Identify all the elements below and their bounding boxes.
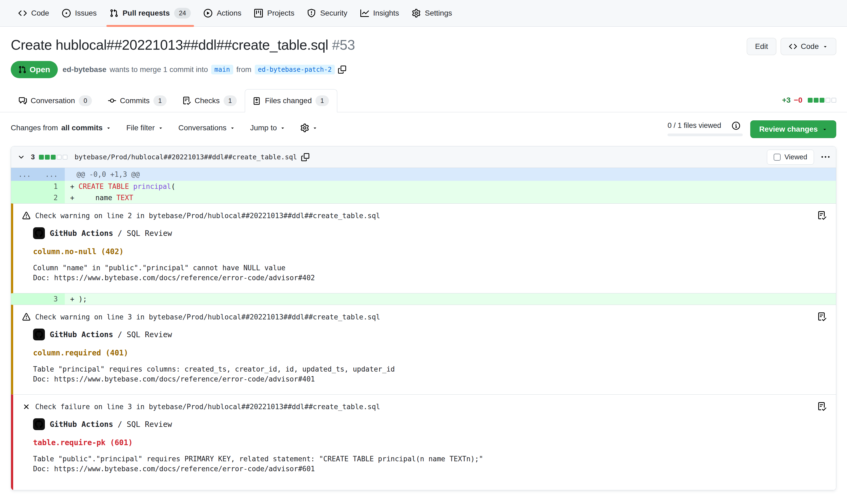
annotation-title: Check warning on line 3 in bytebase/Prod… [35,313,380,321]
diff-block-added [814,98,818,103]
pr-author[interactable]: ed-bytebase [62,65,106,74]
viewed-checkbox[interactable] [774,154,781,161]
code-icon [18,9,27,17]
diff-line-3[interactable]: 3 + ); [11,293,836,305]
chevron-down-icon[interactable] [17,154,25,161]
file-path[interactable]: bytebase/Prod/hublocal##20221013##ddl##c… [74,153,297,161]
code-dropdown-button[interactable]: Code [781,38,836,55]
check-annotation-failure-601: Check failure on line 3 in bytebase/Prod… [11,394,836,490]
edit-button-label: Edit [755,42,768,51]
line-number-gutter[interactable]: 1 [11,181,65,192]
github-actions-avatar[interactable] [33,418,45,430]
nav-label: Insights [373,9,399,17]
caret-down-icon [158,125,163,130]
diffstat: +3 −0 [782,96,836,105]
caret-down-icon [280,125,285,130]
hunk-gutter-dots: ... [11,168,38,181]
deletions-count: −0 [794,96,803,105]
head-branch-label[interactable]: ed-bytebase-patch-2 [255,65,335,74]
tab-checks[interactable]: Checks 1 [175,89,245,112]
conversations-dropdown[interactable]: Conversations [178,124,235,132]
review-changes-label: Review changes [759,125,818,133]
gear-icon [301,124,309,132]
hunk-header-row: ... ... @@ -0,0 +1,3 @@ [11,168,836,181]
jump-to-dropdown[interactable]: Jump to [250,124,286,132]
diff-block-neutral [831,98,836,103]
diff-line-2[interactable]: 2 + name TEXT [11,192,836,203]
viewed-label: Viewed [785,153,807,161]
github-actions-avatar[interactable] [33,227,45,239]
file-filter-dropdown[interactable]: File filter [126,124,163,132]
annotation-title: Check failure on line 3 in bytebase/Prod… [35,403,380,411]
annotation-rule: column.no-null (402) [33,247,825,256]
line-number: 1 [38,181,65,192]
diff-block-added [808,98,813,103]
tab-label: Checks [195,96,219,105]
checklist-icon[interactable] [818,402,826,411]
base-branch-label[interactable]: main [211,65,233,74]
copy-icon[interactable] [338,66,346,74]
info-icon[interactable] [732,122,740,130]
commit-icon [108,97,116,105]
nav-item-settings[interactable]: Settings [406,0,458,26]
github-actions-avatar[interactable] [33,328,45,340]
play-icon [204,9,212,17]
code-button-label: Code [801,42,819,51]
changes-from-label: Changes from [11,124,58,132]
kebab-menu-icon[interactable] [822,153,830,161]
nav-label: Code [31,9,49,17]
project-icon [254,9,263,17]
active-tab-underline [106,25,194,27]
nav-item-security[interactable]: Security [301,0,354,26]
hunk-gutter[interactable]: ... ... [11,168,65,181]
annotation-app[interactable]: GitHub Actions [50,420,113,429]
annotation-app[interactable]: GitHub Actions [50,229,113,238]
tab-conversation[interactable]: Conversation 0 [11,89,100,112]
annotation-context: / SQL Review [113,330,172,339]
diff-settings-dropdown[interactable] [301,124,318,132]
copy-icon[interactable] [301,153,309,161]
checklist-icon[interactable] [818,211,826,220]
line-number-gutter[interactable]: 3 [11,293,65,305]
annotation-rule: table.require-pk (601) [33,438,825,447]
x-icon [22,403,30,411]
nav-item-actions[interactable]: Actions [197,0,248,26]
checklist-icon [183,97,191,105]
nav-item-pull-requests[interactable]: Pull requests 24 [103,0,198,26]
repo-nav: Code Issues Pull requests 24 Actions Pro… [0,0,847,26]
octocat-icon [35,330,43,339]
status-badge-label: Open [30,65,50,74]
octocat-icon [35,229,43,237]
annotation-app[interactable]: GitHub Actions [50,330,113,339]
annotation-context: / SQL Review [113,229,172,238]
tab-files-changed[interactable]: Files changed 1 [245,89,337,112]
checklist-icon[interactable] [818,312,826,321]
hunk-header-text: @@ -0,0 +1,3 @@ [65,168,836,181]
nav-item-issues[interactable]: Issues [56,0,103,26]
diff-block-neutral [62,155,68,160]
tab-commits[interactable]: Commits 1 [100,89,175,112]
nav-item-code[interactable]: Code [12,0,56,26]
tab-label: Commits [120,96,149,105]
line-number: 3 [38,293,65,305]
conversations-label: Conversations [178,124,227,132]
caret-down-icon [822,127,827,132]
from-text: from [236,65,252,74]
nav-item-projects[interactable]: Projects [248,0,301,26]
nav-item-insights[interactable]: Insights [354,0,406,26]
pr-title: Create hublocal##20221013##ddl##create_t… [11,36,355,54]
annotation-title: Check warning on line 2 in bytebase/Prod… [35,212,380,220]
file-diff-container: 3 bytebase/Prod/hublocal##20221013##ddl#… [11,146,836,490]
pr-tabbar: Conversation 0 Commits 1 Checks 1 Files … [0,89,847,112]
edit-button[interactable]: Edit [747,38,776,55]
review-changes-button[interactable]: Review changes [750,120,836,138]
changes-from-dropdown[interactable]: Changes from all commits [11,124,111,132]
status-badge: Open [11,61,58,78]
diff-line-1[interactable]: 1 + CREATE TABLE principal( [11,181,836,192]
check-annotation-warning-401: Check warning on line 3 in bytebase/Prod… [11,305,836,395]
diff-block-added [819,98,825,103]
line-number-gutter[interactable]: 2 [11,192,65,203]
warning-icon [22,212,30,220]
viewed-toggle[interactable]: Viewed [767,150,814,165]
nav-label: Projects [267,9,294,17]
